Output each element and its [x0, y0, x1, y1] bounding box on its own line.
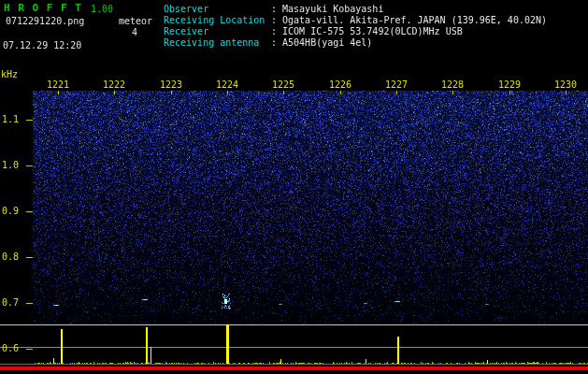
info-value: : Masayuki Kobayashi	[271, 4, 383, 15]
time-label: 1222	[103, 79, 125, 91]
app-version: 1.00	[91, 4, 113, 15]
freq-label: 0.8	[2, 252, 19, 263]
info-label: Receiver	[164, 26, 208, 37]
time-label: 1221	[47, 79, 69, 91]
datetime-label: 07.12.29 12:20	[3, 40, 81, 51]
station-info: Observer: Masayuki KobayashiReceiving Lo…	[164, 4, 588, 49]
info-row: Receiving Location: Ogata-vill. Akita-Pr…	[164, 15, 588, 26]
info-row: Observer: Masayuki Kobayashi	[164, 4, 588, 15]
time-label: 1226	[329, 79, 351, 91]
info-row: Receiver: ICOM IC-575 53.7492(0LCD)MHz U…	[164, 26, 588, 37]
time-label: 1225	[272, 79, 294, 91]
app-title: H R O F F T	[4, 3, 82, 14]
info-label: Observer	[164, 4, 208, 15]
freq-label: 0.7	[2, 297, 19, 309]
freq-label: 0.9	[2, 206, 19, 217]
info-value: : ICOM IC-575 53.7492(0LCD)MHz USB	[271, 26, 463, 37]
info-value: : A504HB(yagi 4el)	[271, 37, 372, 49]
info-label: Receiving antenna	[164, 37, 259, 49]
time-label: 1229	[498, 79, 521, 91]
time-label: 1228	[441, 79, 464, 91]
spectrogram-canvas	[0, 0, 588, 374]
info-label: Receiving Location	[164, 15, 265, 26]
freq-unit-label: kHz	[1, 69, 18, 80]
time-label: 1230	[554, 79, 577, 91]
time-label: 1224	[216, 79, 238, 91]
meteor-count: 4	[132, 27, 137, 38]
time-label: 1227	[385, 79, 408, 91]
freq-label: 0.6	[2, 343, 19, 354]
output-filename: 0712291220.png	[6, 16, 84, 27]
freq-label: 1.0	[2, 160, 19, 171]
time-label: 1223	[160, 79, 182, 91]
info-row: Receiving antenna: A504HB(yagi 4el)	[164, 37, 588, 49]
mode-label: meteor	[119, 16, 152, 27]
info-value: : Ogata-vill. Akita-Pref. JAPAN (139.96E…	[271, 15, 547, 26]
freq-label: 1.1	[2, 114, 19, 125]
hrofft-screen: H R O F F T 1.00 0712291220.png meteor 4…	[0, 0, 588, 374]
